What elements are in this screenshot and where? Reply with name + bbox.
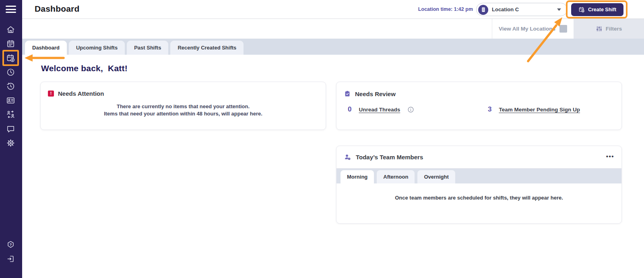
todays-team-members-card: Today’s Team Members ••• Morning Afterno…	[336, 146, 622, 224]
filters-icon	[596, 25, 603, 32]
sidebar: ?	[0, 0, 22, 278]
filters-label: Filters	[606, 26, 622, 32]
sidebar-item-messages[interactable]	[6, 124, 16, 134]
view-all-locations-toggle[interactable]: View All My Locations	[492, 19, 574, 39]
tab-recently-created-shifts[interactable]: Recently Created Shifts	[170, 41, 244, 55]
building-icon	[478, 5, 488, 15]
needs-attention-empty-line2: Items that need your attention within 48…	[41, 110, 326, 117]
needs-attention-card: ! Needs Attention There are currently no…	[40, 82, 326, 130]
logout-icon	[6, 254, 15, 264]
chevron-down-icon	[557, 8, 561, 11]
shift-swap-icon	[6, 110, 15, 119]
tab-afternoon[interactable]: Afternoon	[377, 170, 415, 183]
calendar-icon	[6, 39, 15, 48]
menu-icon	[6, 6, 16, 7]
id-card-icon	[6, 96, 15, 105]
card-menu-button[interactable]: •••	[606, 153, 614, 160]
sidebar-item-create-shift[interactable]	[6, 54, 16, 63]
main-tabs: Dashboard Upcoming Shifts Past Shifts Re…	[22, 39, 644, 55]
page-title: Dashboard	[35, 4, 80, 14]
sidebar-item-team-roster[interactable]	[6, 96, 16, 105]
sidebar-item-time-clock[interactable]	[6, 68, 16, 77]
needs-review-title: Needs Review	[355, 91, 396, 97]
tab-upcoming-shifts[interactable]: Upcoming Shifts	[69, 41, 125, 55]
home-icon	[6, 25, 15, 34]
app-root: ? Dashboard Location time: 1:42 pm Locat…	[0, 0, 644, 278]
help-icon: ?	[6, 240, 15, 249]
sidebar-item-schedule[interactable]	[6, 39, 16, 49]
sidebar-item-history[interactable]	[6, 82, 16, 91]
create-shift-button[interactable]: Create Shift	[571, 3, 623, 16]
sidebar-item-logout[interactable]	[6, 254, 16, 264]
tab-overnight[interactable]: Overnight	[417, 170, 455, 183]
unread-threads-stat: 0 Unread Threads	[348, 105, 488, 113]
location-select[interactable]: Location C	[476, 3, 568, 16]
location-time-label: Location time: 1:42 pm	[418, 6, 473, 12]
needs-review-card: Needs Review 0 Unread Threads 3 Team Mem…	[336, 82, 622, 130]
unread-threads-link[interactable]: Unread Threads	[359, 107, 400, 113]
info-button[interactable]	[407, 106, 414, 113]
history-icon	[6, 82, 15, 91]
pending-signup-link[interactable]: Team Member Pending Sign Up	[499, 107, 580, 113]
view-all-locations-checkbox[interactable]	[559, 25, 567, 33]
tab-past-shifts[interactable]: Past Shifts	[127, 41, 168, 55]
tab-dashboard[interactable]: Dashboard	[25, 41, 67, 55]
alert-icon: !	[48, 91, 54, 97]
shift-period-tabs: Morning Afternoon Overnight	[336, 169, 621, 183]
chat-icon	[6, 124, 15, 134]
filters-button[interactable]: Filters	[574, 19, 644, 39]
calendar-add-icon	[6, 54, 15, 63]
svg-text:?: ?	[10, 243, 12, 247]
sub-toolbar: View All My Locations Filters	[22, 19, 644, 39]
sidebar-item-home[interactable]	[6, 25, 16, 35]
pending-signup-stat: 3 Team Member Pending Sign Up	[488, 105, 580, 113]
sidebar-item-shift-swap[interactable]	[6, 110, 16, 119]
unread-threads-count: 0	[348, 105, 351, 113]
needs-attention-empty-line1: There are currently no items that need y…	[41, 103, 326, 110]
main-content: Welcome back, Katt! ! Needs Attention Th…	[22, 55, 644, 278]
create-shift-label: Create Shift	[588, 7, 616, 12]
tab-morning[interactable]: Morning	[341, 170, 374, 183]
sidebar-item-settings[interactable]	[6, 138, 16, 148]
calendar-add-icon	[578, 6, 585, 13]
clipboard-check-icon	[344, 90, 351, 97]
sidebar-item-help[interactable]: ?	[6, 240, 16, 250]
menu-button[interactable]	[6, 6, 16, 14]
settings-icon	[6, 138, 15, 148]
team-members-empty-text: Once team members are scheduled for shif…	[336, 183, 621, 201]
welcome-heading: Welcome back, Katt!	[41, 64, 128, 73]
clock-icon	[6, 68, 15, 77]
needs-attention-title: Needs Attention	[58, 90, 104, 97]
person-clock-icon	[344, 153, 352, 161]
header: Dashboard Location time: 1:42 pm Locatio…	[22, 0, 644, 19]
location-select-value: Location C	[492, 6, 519, 12]
todays-team-members-title: Today’s Team Members	[356, 154, 423, 161]
pending-signup-count: 3	[488, 105, 491, 113]
view-all-locations-label: View All My Locations	[499, 26, 555, 32]
info-icon	[407, 106, 414, 113]
